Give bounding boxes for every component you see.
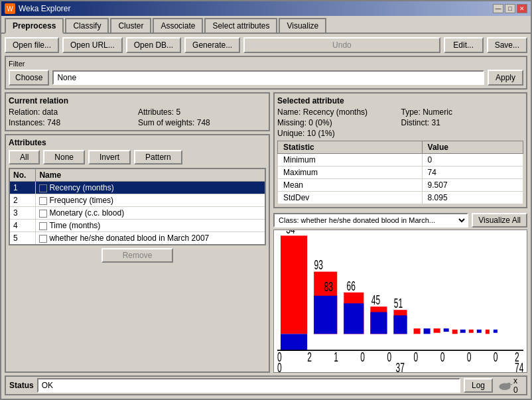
remove-row: Remove (9, 248, 266, 263)
svg-text:83: 83 (324, 279, 333, 294)
tab-cluster[interactable]: Cluster (110, 18, 151, 33)
unique-label: Unique: (277, 129, 304, 138)
row-checkbox[interactable] (39, 235, 47, 243)
main-window: W Weka Explorer — □ ✕ Preprocess Classif… (0, 0, 532, 400)
visualize-all-button[interactable]: Visualize All (472, 213, 527, 228)
svg-text:93: 93 (314, 257, 322, 272)
toolbar: Open file... Open URL... Open DB... Gene… (5, 37, 527, 53)
filter-label: Filter (9, 60, 523, 68)
status-bar: Status OK Log x 0 (5, 375, 527, 395)
svg-text:0: 0 (467, 349, 472, 364)
app-icon: W (5, 3, 15, 14)
filter-row: Choose None Apply (9, 70, 523, 86)
tab-preprocess[interactable]: Preprocess (5, 18, 64, 34)
tab-bar: Preprocess Classify Cluster Associate Se… (1, 16, 531, 34)
name-value: Recency (months) (303, 107, 367, 117)
stat-value: 0 (422, 154, 523, 167)
instances-value: 748 (47, 118, 60, 127)
sum-label: Sum of weights: (138, 118, 194, 127)
row-name: Recency (months) (36, 182, 265, 194)
svg-text:0: 0 (494, 349, 498, 364)
histogram-chart: 34 93 83 66 (274, 230, 527, 372)
tab-associate[interactable]: Associate (153, 18, 203, 33)
visualization-section: Class: whether he/she donated blood in M… (273, 213, 527, 373)
main-area: Current relation Relation: data Attribut… (5, 92, 527, 373)
svg-text:0: 0 (414, 349, 419, 364)
row-checkbox[interactable] (39, 197, 47, 205)
svg-rect-5 (314, 296, 337, 334)
table-row[interactable]: 1 Recency (months) (9, 182, 265, 194)
apply-button[interactable]: Apply (488, 70, 523, 86)
distinct-value: 31 (432, 118, 440, 127)
minimize-button[interactable]: — (493, 4, 503, 13)
row-checkbox[interactable] (39, 210, 47, 218)
svg-text:2: 2 (307, 349, 312, 364)
table-row[interactable]: 5 whether he/she donated blood in March … (9, 232, 265, 245)
open-db-button[interactable]: Open DB... (126, 37, 181, 53)
open-file-button[interactable]: Open file... (5, 37, 59, 53)
svg-text:34: 34 (286, 230, 295, 236)
row-no: 2 (9, 194, 36, 207)
window-controls: — □ ✕ (493, 4, 527, 13)
pattern-button[interactable]: Pattern (134, 150, 182, 165)
svg-text:0: 0 (440, 349, 445, 364)
row-no: 1 (9, 182, 36, 194)
stat-row: StdDev 8.095 (278, 192, 523, 204)
svg-rect-9 (344, 303, 364, 334)
chart-area: 34 93 83 66 (273, 230, 527, 373)
stat-name: Maximum (278, 167, 423, 179)
filter-value[interactable]: None (52, 70, 484, 85)
open-url-button[interactable]: Open URL... (62, 37, 123, 53)
relation-label: Relation: (9, 107, 40, 117)
title-bar-left: W Weka Explorer (5, 3, 70, 14)
none-button[interactable]: None (43, 150, 85, 165)
tab-visualize[interactable]: Visualize (279, 18, 326, 33)
row-checkbox[interactable] (39, 184, 47, 192)
table-row[interactable]: 3 Monetary (c.c. blood) (9, 207, 265, 220)
svg-text:1: 1 (334, 349, 338, 364)
row-no: 4 (9, 220, 36, 232)
attr-buttons: All None Invert Pattern (9, 150, 266, 165)
svg-rect-26 (494, 330, 498, 333)
stat-row: Maximum 74 (278, 167, 523, 179)
relation-grid: Relation: data Attributes: 5 Instances: … (9, 107, 266, 127)
type-value: Numeric (423, 107, 452, 117)
edit-button[interactable]: Edit... (444, 37, 484, 53)
value-col-header: Value (422, 141, 523, 154)
row-checkbox[interactable] (39, 222, 47, 230)
table-row[interactable]: 4 Time (months) (9, 220, 265, 232)
weka-bird-icon: x 0 (496, 378, 523, 393)
attributes-label: Attributes: (138, 107, 174, 117)
table-row[interactable]: 2 Frequency (times) (9, 194, 265, 207)
choose-button[interactable]: Choose (9, 70, 49, 86)
save-button[interactable]: Save... (487, 37, 527, 53)
generate-button[interactable]: Generate... (184, 37, 240, 53)
status-text: OK (37, 378, 460, 393)
undo-button[interactable]: Undo (243, 37, 440, 53)
col-no-header: No. (9, 168, 36, 182)
stat-value: 74 (422, 167, 523, 179)
tab-select-attributes[interactable]: Select attributes (204, 18, 277, 33)
stat-name: StdDev (278, 192, 423, 204)
svg-rect-23 (469, 330, 474, 333)
close-button[interactable]: ✕ (517, 4, 527, 13)
svg-rect-15 (393, 315, 407, 334)
class-selector[interactable]: Class: whether he/she donated blood in M… (273, 213, 468, 228)
svg-point-42 (507, 383, 511, 386)
svg-rect-21 (452, 330, 458, 334)
right-panel: Selected attribute Name: Recency (months… (273, 92, 527, 373)
stat-row: Minimum 0 (278, 154, 523, 167)
log-button[interactable]: Log (464, 378, 493, 393)
current-relation-box: Current relation Relation: data Attribut… (5, 92, 270, 131)
remove-button[interactable]: Remove (101, 248, 174, 263)
svg-text:45: 45 (371, 293, 380, 307)
attributes-value: 5 (176, 107, 180, 117)
maximize-button[interactable]: □ (505, 4, 515, 13)
all-button[interactable]: All (9, 150, 40, 165)
stat-value: 8.095 (422, 192, 523, 204)
name-label: Name: (277, 107, 300, 117)
invert-button[interactable]: Invert (88, 150, 131, 165)
svg-rect-17 (414, 328, 421, 334)
tab-classify[interactable]: Classify (65, 18, 109, 33)
attr-missing-row: Missing: 0 (0%) (277, 118, 400, 127)
